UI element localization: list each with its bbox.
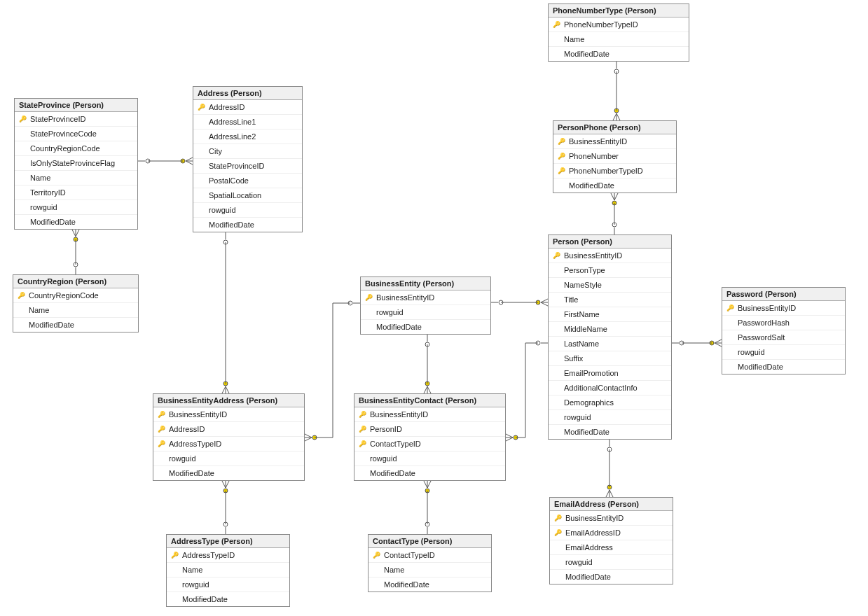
entity-address[interactable]: Address (Person)AddressIDAddressLine1Add… bbox=[193, 86, 303, 232]
column-row[interactable]: rowguid bbox=[167, 578, 289, 592]
column-row[interactable]: IsOnlyStateProvinceFlag bbox=[15, 156, 137, 171]
column-row[interactable]: Name bbox=[13, 303, 138, 318]
column-row[interactable]: BusinessEntityID bbox=[549, 248, 671, 263]
column-row[interactable]: EmailAddressID bbox=[550, 526, 673, 540]
column-row[interactable]: AdditionalContactInfo bbox=[549, 381, 671, 396]
column-row[interactable]: AddressID bbox=[193, 100, 302, 115]
column-name: TerritoryID bbox=[30, 188, 66, 197]
column-row[interactable]: ModifiedDate bbox=[361, 320, 490, 334]
entity-password[interactable]: Password (Person)BusinessEntityIDPasswor… bbox=[722, 287, 846, 374]
column-row[interactable]: Name bbox=[549, 32, 689, 47]
column-row[interactable]: LastName bbox=[549, 337, 671, 351]
column-row[interactable]: PhoneNumber bbox=[553, 149, 676, 164]
entity-phonenumbertype[interactable]: PhoneNumberType (Person)PhoneNumberTypeI… bbox=[548, 4, 689, 62]
column-row[interactable]: PasswordHash bbox=[722, 316, 845, 330]
column-row[interactable]: rowguid bbox=[549, 410, 671, 425]
column-row[interactable]: rowguid bbox=[354, 451, 505, 466]
svg-line-39 bbox=[715, 343, 722, 346]
column-row[interactable]: PostalCode bbox=[193, 174, 302, 188]
column-row[interactable]: AddressTypeID bbox=[167, 548, 289, 563]
column-row[interactable]: ModifiedDate bbox=[153, 466, 304, 480]
column-row[interactable]: BusinessEntityID bbox=[354, 407, 505, 422]
column-row[interactable]: rowguid bbox=[361, 305, 490, 320]
column-row[interactable]: Name bbox=[15, 171, 137, 186]
column-row[interactable]: rowguid bbox=[15, 200, 137, 215]
column-row[interactable]: BusinessEntityID bbox=[553, 134, 676, 149]
entity-personphone[interactable]: PersonPhone (Person)BusinessEntityIDPhon… bbox=[553, 120, 677, 193]
column-row[interactable]: StateProvinceCode bbox=[15, 127, 137, 141]
column-row[interactable]: ModifiedDate bbox=[550, 570, 673, 584]
column-name: PostalCode bbox=[209, 176, 249, 185]
column-row[interactable]: CountryRegionCode bbox=[13, 288, 138, 303]
column-row[interactable]: ModifiedDate bbox=[722, 360, 845, 374]
column-row[interactable]: ModifiedDate bbox=[193, 218, 302, 232]
column-row[interactable]: PhoneNumberTypeID bbox=[553, 164, 676, 178]
column-row[interactable]: AddressLine1 bbox=[193, 115, 302, 130]
entity-emailaddress[interactable]: EmailAddress (Person)BusinessEntityIDEma… bbox=[549, 497, 673, 584]
column-row[interactable]: PasswordSalt bbox=[722, 330, 845, 345]
column-row[interactable]: Title bbox=[549, 293, 671, 307]
column-row[interactable]: SpatialLocation bbox=[193, 188, 302, 203]
column-row[interactable]: PhoneNumberTypeID bbox=[549, 18, 689, 32]
svg-point-54 bbox=[536, 341, 540, 345]
column-row[interactable]: BusinessEntityID bbox=[153, 407, 304, 422]
entity-countryregion[interactable]: CountryRegion (Person)CountryRegionCodeN… bbox=[13, 274, 139, 332]
svg-point-15 bbox=[223, 240, 228, 244]
column-name: BusinessEntityID bbox=[738, 304, 796, 312]
column-row[interactable]: AddressID bbox=[153, 422, 304, 437]
column-row[interactable]: rowguid bbox=[722, 345, 845, 360]
entity-stateprovince[interactable]: StateProvince (Person)StateProvinceIDSta… bbox=[14, 98, 138, 230]
column-row[interactable]: MiddleName bbox=[549, 322, 671, 337]
column-row[interactable]: ModifiedDate bbox=[167, 592, 289, 606]
column-row[interactable]: EmailPromotion bbox=[549, 366, 671, 381]
column-row[interactable]: rowguid bbox=[153, 451, 304, 466]
svg-line-84 bbox=[427, 481, 431, 488]
column-row[interactable]: NameStyle bbox=[549, 278, 671, 293]
column-row[interactable]: ModifiedDate bbox=[368, 578, 491, 592]
entity-contacttype[interactable]: ContactType (Person)ContactTypeIDNameMod… bbox=[368, 534, 492, 592]
column-name: ModifiedDate bbox=[29, 321, 74, 329]
column-row[interactable]: ContactTypeID bbox=[354, 437, 505, 451]
column-row[interactable]: ContactTypeID bbox=[368, 548, 491, 563]
entity-businessentity[interactable]: BusinessEntity (Person)BusinessEntityIDr… bbox=[360, 276, 491, 335]
column-row[interactable]: ModifiedDate bbox=[354, 466, 505, 480]
column-row[interactable]: FirstName bbox=[549, 307, 671, 322]
column-row[interactable]: Demographics bbox=[549, 396, 671, 410]
column-row[interactable]: TerritoryID bbox=[15, 186, 137, 200]
column-row[interactable]: rowguid bbox=[193, 203, 302, 218]
column-row[interactable]: EmailAddress bbox=[550, 540, 673, 555]
column-row[interactable]: BusinessEntityID bbox=[722, 301, 845, 316]
column-row[interactable]: Name bbox=[368, 563, 491, 578]
entity-person[interactable]: Person (Person)BusinessEntityIDPersonTyp… bbox=[548, 234, 672, 440]
key-spacer bbox=[551, 428, 561, 436]
column-row[interactable]: AddressTypeID bbox=[153, 437, 304, 451]
column-row[interactable]: StateProvinceID bbox=[193, 159, 302, 174]
column-row[interactable]: CountryRegionCode bbox=[15, 141, 137, 156]
svg-point-47 bbox=[536, 300, 540, 304]
column-row[interactable]: PersonType bbox=[549, 263, 671, 278]
column-row[interactable]: Suffix bbox=[549, 351, 671, 366]
column-row[interactable]: StateProvinceID bbox=[15, 112, 137, 127]
key-spacer bbox=[18, 188, 27, 197]
column-row[interactable]: ModifiedDate bbox=[13, 318, 138, 332]
svg-point-72 bbox=[312, 435, 317, 440]
column-row[interactable]: AddressLine2 bbox=[193, 130, 302, 144]
column-row[interactable]: BusinessEntityID bbox=[550, 511, 673, 526]
column-row[interactable]: BusinessEntityID bbox=[361, 290, 490, 305]
column-row[interactable]: Name bbox=[167, 563, 289, 578]
entity-businessentitycontact[interactable]: BusinessEntityContact (Person)BusinessEn… bbox=[354, 393, 506, 481]
column-row[interactable]: ModifiedDate bbox=[549, 47, 689, 61]
entity-addresstype[interactable]: AddressType (Person)AddressTypeIDNamerow… bbox=[166, 534, 290, 607]
svg-point-33 bbox=[612, 223, 616, 227]
key-spacer bbox=[196, 162, 206, 170]
column-row[interactable]: ModifiedDate bbox=[15, 215, 137, 229]
column-row[interactable]: City bbox=[193, 144, 302, 159]
primary-key-icon bbox=[357, 425, 367, 433]
column-name: NameStyle bbox=[564, 281, 602, 289]
column-row[interactable]: PersonID bbox=[354, 422, 505, 437]
column-row[interactable]: ModifiedDate bbox=[553, 178, 676, 192]
column-row[interactable]: rowguid bbox=[550, 555, 673, 570]
column-name: rowguid bbox=[370, 454, 397, 463]
entity-businessentityaddress[interactable]: BusinessEntityAddress (Person)BusinessEn… bbox=[153, 393, 305, 481]
column-row[interactable]: ModifiedDate bbox=[549, 425, 671, 439]
